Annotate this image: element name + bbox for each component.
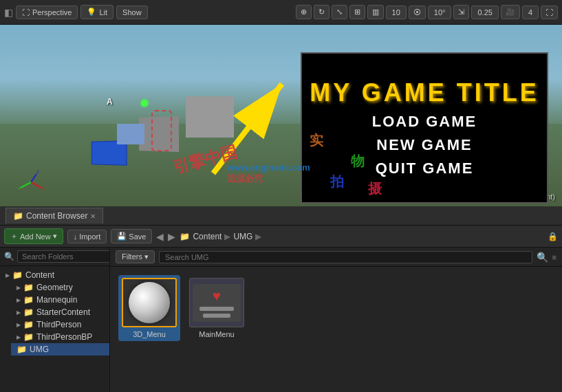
green-indicator xyxy=(141,100,148,107)
import-button[interactable]: ↓ Import xyxy=(67,230,107,243)
add-new-label: Add New xyxy=(20,232,51,241)
folder-umg[interactable]: 📁 UMG xyxy=(11,343,109,356)
cb-content: 🔍 ≡ ▶ 📁 Content ▶ 📁 Geometry xyxy=(0,248,562,392)
triangle-startercontent: ▶ xyxy=(17,309,21,316)
viewport-scene: A X Z Y MY GAME TITLE LOAD GAME NEW GAME… xyxy=(0,25,562,206)
cam-val-button[interactable]: 4 xyxy=(522,6,539,19)
asset-view-menu[interactable]: ≡ xyxy=(552,253,556,261)
axes-indicator: X Z Y xyxy=(17,168,45,196)
save-icon: 💾 xyxy=(117,232,127,241)
asset-mainmenu[interactable]: ♥ MainMenu xyxy=(186,275,248,341)
expand-triangle-icon: ▶ xyxy=(6,272,10,279)
asset-mainmenu-label: MainMenu xyxy=(199,330,234,338)
game-title: MY GAME TITLE xyxy=(310,78,539,107)
lit-label: Lit xyxy=(99,8,107,17)
folder-icon-startercontent: 📁 xyxy=(23,307,34,317)
dropdown-arrow-icon: ▾ xyxy=(53,232,57,241)
scene-box-small-blue xyxy=(117,124,144,144)
svg-line-2 xyxy=(31,174,36,182)
scene-box-far xyxy=(186,96,234,138)
content-browser: 📁 Content Browser ✕ ＋ Add New ▾ ↓ Import… xyxy=(0,206,562,392)
viewport: ◧ ⛶ Perspective 💡 Lit Show ⊕ ↻ ⤡ ⊞ ▥ 10 … xyxy=(0,0,562,206)
scale-value: 0.25 xyxy=(477,8,492,17)
cb-sidebar-search: 🔍 ≡ xyxy=(0,248,109,266)
toolbar-right: ⊕ ↻ ⤡ ⊞ ▥ 10 ⦿ 10° ⇲ 0.25 🎥 4 ⛶ xyxy=(296,5,558,19)
scale-icon[interactable]: ⇲ xyxy=(453,5,469,19)
light-icon: 💡 xyxy=(87,8,96,17)
content-browser-tab[interactable]: 📁 Content Browser ✕ xyxy=(6,208,103,224)
viewport-toolbar: ◧ ⛶ Perspective 💡 Lit Show ⊕ ↻ ⤡ ⊞ ▥ 10 … xyxy=(0,0,562,25)
menu-new-game[interactable]: NEW GAME xyxy=(376,136,472,154)
path-umg[interactable]: UMG xyxy=(233,232,252,241)
widget-preview: ♥ xyxy=(193,284,241,322)
asset-mainmenu-thumb: ♥ xyxy=(189,278,244,327)
angle-value: 10° xyxy=(434,8,446,17)
folder-geometry[interactable]: ▶ 📁 Geometry xyxy=(11,281,109,294)
folder-thirdpersonbp[interactable]: ▶ 📁 ThirdPersonBP xyxy=(11,331,109,343)
triangle-thirdperson: ▶ xyxy=(17,322,21,328)
back-button[interactable]: ◀ xyxy=(156,231,164,242)
grid-value: 10 xyxy=(392,8,400,17)
a-label: A xyxy=(107,97,113,107)
triangle-thirdpersonbp: ▶ xyxy=(17,334,21,340)
folder-umg-label: UMG xyxy=(30,345,49,354)
translate-button[interactable]: ⊕ xyxy=(296,5,312,19)
folder-icon-umg: 📁 xyxy=(17,345,27,354)
cb-tab-label: Content Browser xyxy=(26,211,87,221)
path-separator-1: ▶ xyxy=(224,232,230,241)
search-right-icon[interactable]: 🔍 xyxy=(537,252,548,263)
folder-content-label: Content xyxy=(25,270,54,280)
lock-button[interactable]: 🔒 xyxy=(548,232,558,241)
asset-3d-menu[interactable]: 3D_Menu xyxy=(118,275,180,341)
perspective-label: Perspective xyxy=(32,8,72,17)
asset-3d-menu-label: 3D_Menu xyxy=(133,330,166,338)
asset-3d-menu-thumb xyxy=(122,278,177,327)
folder-thirdperson-label: ThirdPerson xyxy=(36,320,81,329)
scale-button[interactable]: ⤡ xyxy=(332,5,347,19)
triangle-mannequin: ▶ xyxy=(17,297,21,303)
svg-line-0 xyxy=(31,182,41,188)
folder-thirdperson[interactable]: ▶ 📁 ThirdPerson xyxy=(11,318,109,331)
show-button[interactable]: Show xyxy=(116,6,148,19)
cb-toolbar: ＋ Add New ▾ ↓ Import 💾 Save ◀ ▶ 📁 Conten… xyxy=(0,226,562,248)
maximize-button[interactable]: ⛶ xyxy=(541,6,558,19)
menu-quit-game[interactable]: QUIT GAME xyxy=(376,160,474,177)
filters-label: Filters ▾ xyxy=(122,252,149,261)
heart-icon: ♥ xyxy=(213,288,221,304)
cb-sidebar: 🔍 ≡ ▶ 📁 Content ▶ 📁 Geometry xyxy=(0,248,110,392)
save-button[interactable]: 💾 Save xyxy=(111,229,152,243)
folder-mannequin-label: Mannequin xyxy=(36,295,77,305)
grid-val-button[interactable]: 10 xyxy=(386,6,407,19)
lit-button[interactable]: 💡 Lit xyxy=(80,5,114,19)
svg-text:X: X xyxy=(42,186,45,190)
cb-tab-close[interactable]: ✕ xyxy=(90,213,96,220)
add-new-button[interactable]: ＋ Add New ▾ xyxy=(4,228,63,244)
folder-startercontent-label: StarterContent xyxy=(36,307,90,317)
folder-mannequin[interactable]: ▶ 📁 Mannequin xyxy=(11,294,109,306)
angle-val-button[interactable]: 10° xyxy=(428,6,452,19)
perspective-button[interactable]: ⛶ Perspective xyxy=(16,6,78,19)
svg-text:Z: Z xyxy=(36,170,39,174)
surface-snap-button[interactable]: ▥ xyxy=(367,5,384,19)
rotate-snap-icon[interactable]: ⦿ xyxy=(409,6,426,19)
filters-button[interactable]: Filters ▾ xyxy=(116,250,155,263)
snap-button[interactable]: ⊞ xyxy=(349,5,365,19)
folder-icon-thirdperson: 📁 xyxy=(23,320,34,329)
rotate-button[interactable]: ↻ xyxy=(314,5,329,19)
search-folders-input[interactable] xyxy=(17,250,110,263)
camera-speed-icon[interactable]: 🎥 xyxy=(501,5,520,19)
scale-val-button[interactable]: 0.25 xyxy=(471,6,498,19)
folder-startercontent[interactable]: ▶ 📁 StarterContent xyxy=(11,306,109,318)
forward-button[interactable]: ▶ xyxy=(168,231,175,242)
cb-filter-bar: Filters ▾ 🔍 ≡ xyxy=(110,248,562,267)
plus-icon: ＋ xyxy=(10,231,18,241)
path-content[interactable]: Content xyxy=(193,232,221,241)
folder-content[interactable]: ▶ 📁 Content xyxy=(0,269,109,281)
menu-load-game[interactable]: LOAD GAME xyxy=(372,113,477,131)
widget-bar-1 xyxy=(199,307,234,311)
search-assets-input[interactable] xyxy=(159,251,532,263)
widget-bar-2 xyxy=(203,314,230,318)
folder-tree: ▶ 📁 Content ▶ 📁 Geometry ▶ 📁 Mannequin xyxy=(0,266,109,358)
folder-tab-icon: 📁 xyxy=(13,211,23,221)
folder-icon-mannequin: 📁 xyxy=(23,295,34,305)
